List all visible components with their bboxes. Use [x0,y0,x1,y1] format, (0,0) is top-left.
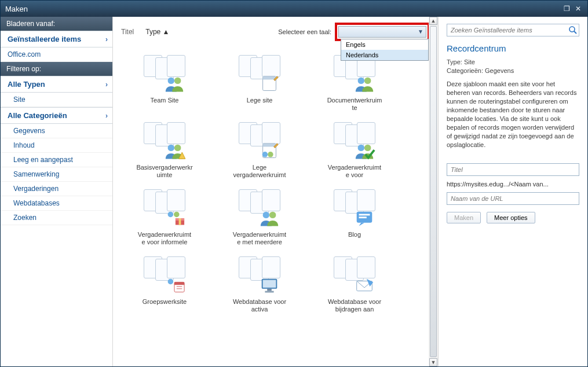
nav-cat-gegevens[interactable]: Gegevens [1,124,112,138]
template-tile[interactable]: Team Site [121,55,208,112]
nav-cat-webdatabases[interactable]: Webdatabases [1,196,112,211]
nav-office-com[interactable]: Office.com [1,47,112,62]
template-tile[interactable]: Vergaderwerkruimte voor [311,122,398,179]
details-category: Categorieën: Gegevens [447,67,579,75]
title-field[interactable] [447,163,579,176]
template-icon [141,189,188,227]
nav-cat-zoeken[interactable]: Zoeken [1,211,112,225]
template-icon [141,122,188,160]
url-prefix: https://mysites.edug.../<Naam van... [447,181,579,188]
details-panel: Recordcentrum Type: Site Categorieën: Ge… [438,17,587,366]
dialog-body: Bladeren vanaf: Geïnstalleerde items › O… [1,17,587,366]
chevron-right-icon: › [105,112,108,120]
sort-controls: Titel Type ▲ [121,28,169,36]
template-tile[interactable]: Legevergaderwerkruimt [216,122,303,179]
template-label: Vergaderwerkruimte met meerdere [216,231,303,246]
template-tile[interactable]: Groepswerksite [121,256,208,313]
overlay-icon [258,141,280,160]
overlay-icon [163,74,185,93]
template-tile[interactable]: Webdatabase voorbijdragen aan [311,256,398,313]
create-button[interactable]: Maken [447,212,481,223]
sort-by-type[interactable]: Type ▲ [145,28,169,36]
svg-line-35 [574,31,576,34]
svg-point-12 [358,145,364,151]
scroll-down-icon[interactable]: ▼ [429,358,437,366]
lang-option-nederlands[interactable]: Nederlands [341,50,428,60]
action-buttons: Maken Meer opties [447,212,579,223]
svg-rect-26 [174,282,184,285]
svg-point-10 [262,152,268,157]
maximize-icon[interactable]: ❐ [562,5,571,13]
template-icon [141,256,188,295]
more-options-button[interactable]: Meer opties [487,212,535,223]
nav-cat-vergaderingen[interactable]: Vergaderingen [1,182,112,196]
lang-option-engels[interactable]: Engels [341,39,428,50]
search-input[interactable] [447,24,579,36]
template-label: Team Site [121,97,208,104]
scroll-up-icon[interactable]: ▲ [429,17,437,25]
chevron-right-icon: › [105,80,108,89]
template-label: Webdatabase voorbijdragen aan [311,298,398,313]
template-tile[interactable]: Vergaderwerkruimte voor informele [121,189,208,246]
template-tile[interactable]: Lege site [216,55,303,112]
template-label: Lege site [216,97,303,104]
template-icon [236,55,283,93]
chevron-down-icon: ▼ [418,28,423,35]
nav-all-categories[interactable]: Alle Categorieën › [1,107,112,124]
template-tile[interactable]: Basisvergaderwerkruimte [121,122,208,179]
svg-rect-31 [267,289,272,291]
language-select[interactable]: ▼ [338,26,426,38]
svg-point-11 [268,152,273,157]
search-icon[interactable] [568,25,578,35]
language-dropdown: Engels Nederlands [341,39,429,61]
template-tile[interactable]: Blog [311,189,398,246]
sort-by-title[interactable]: Titel [121,28,134,36]
details-title: Recordcentrum [447,43,579,53]
nav-cat-inhoud[interactable]: Inhoud [1,138,112,153]
overlay-icon [353,275,375,295]
titlebar: Maken ❐ ✕ [1,1,587,17]
overlay-icon [163,141,185,160]
create-dialog: Maken ❐ ✕ Bladeren vanaf: Geïnstalleerde… [0,0,588,367]
filter-on-header: Filteren op: [1,62,112,76]
nav-cat-leeg[interactable]: Leeg en aangepast [1,153,112,167]
chevron-right-icon: › [105,35,108,43]
nav-installed-items[interactable]: Geïnstalleerde items › [1,31,112,47]
template-icon [141,55,188,93]
language-block: Selecteer een taal: ▼ Engels Nederlands [278,23,430,41]
template-label: Webdatabase vooractiva [216,298,303,313]
highlight-callout: ▼ Engels Nederlands [335,23,430,41]
svg-point-0 [168,78,174,84]
svg-point-24 [168,279,173,284]
overlay-icon [258,275,280,295]
close-icon[interactable]: ✕ [574,5,583,13]
template-label: Documentwerkruimte [311,97,398,112]
template-grid: Team SiteLege siteDocumentwerkruimteBasi… [113,41,438,318]
nav-all-types[interactable]: Alle Typen › [1,76,112,93]
svg-rect-18 [179,218,181,225]
left-panel: Bladeren vanaf: Geïnstalleerde items › O… [1,17,113,366]
window-title: Maken [5,5,28,13]
svg-rect-22 [359,214,370,215]
template-label: Blog [311,231,398,238]
template-icon [331,189,378,227]
template-tile[interactable]: Vergaderwerkruimte met meerdere [216,189,303,246]
search-wrap [447,24,579,36]
overlay-icon [353,141,375,160]
language-label: Selecteer een taal: [278,28,331,35]
svg-point-5 [364,78,371,84]
scroll-thumb[interactable] [430,26,437,357]
template-label: Groepswerksite [121,298,208,306]
url-field[interactable] [447,192,579,205]
vertical-scrollbar[interactable]: ▲ ▼ [429,17,438,366]
nav-cat-samenwerking[interactable]: Samenwerking [1,167,112,182]
nav-type-site[interactable]: Site [1,93,112,107]
overlay-icon [258,208,280,227]
overlay-icon [163,208,185,227]
template-tile[interactable]: Webdatabase vooractiva [216,256,303,313]
svg-rect-30 [263,280,276,287]
svg-point-14 [168,212,173,217]
template-label: Vergaderwerkruimte voor informele [121,231,208,246]
template-icon [236,256,283,295]
template-tile[interactable]: Documentwerkruimte [311,55,398,112]
